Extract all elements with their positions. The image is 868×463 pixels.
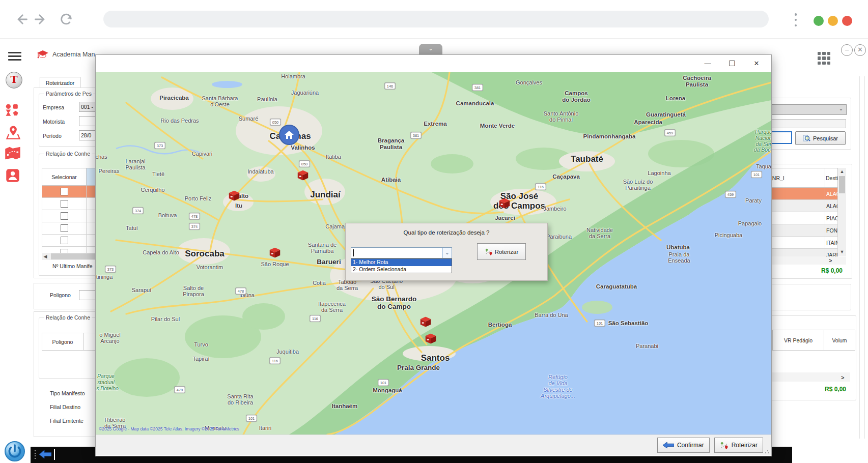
magnifier-icon [803, 134, 810, 142]
map-canvas[interactable]: CampinasJundiaíSorocabaTaubatéSantosSão … [96, 72, 771, 435]
confirmar-button[interactable]: Confirmar [657, 438, 710, 453]
app-close-icon[interactable]: ✕ [854, 44, 866, 56]
t-logo-icon[interactable]: T [6, 72, 22, 89]
sidebar: T ? [0, 72, 29, 463]
yellow-circle-button[interactable] [828, 16, 838, 26]
route-shield: 101 [378, 380, 389, 386]
collapse-handle[interactable]: ⌄ [419, 44, 442, 55]
shapes-icon[interactable]: ? [5, 103, 19, 118]
dialog-roterizar-button[interactable]: Roterizar [477, 243, 526, 260]
roteirizar-button[interactable]: Roteirizar [714, 438, 763, 453]
map-label: Bertioga [488, 322, 512, 328]
map-label: Ubatuba [666, 244, 690, 251]
map-label: Santana de Parnaíba [308, 242, 337, 254]
window-minimize-icon[interactable]: — [700, 57, 715, 70]
map-label: Papagaio [738, 220, 762, 226]
map-label: Mongaguá [373, 387, 402, 394]
package-marker-icon[interactable] [298, 170, 309, 183]
pesquisar-label: Pesquisar [813, 135, 838, 141]
col-destinatario[interactable]: Desti [825, 168, 838, 188]
package-marker-icon[interactable] [499, 198, 510, 211]
map-window-titlebar[interactable]: — ☐ ✕ [96, 55, 771, 72]
map-label: etininga [96, 274, 113, 280]
route-shield: 101 [751, 171, 762, 178]
poligono-label: Poligono [50, 292, 71, 298]
package-marker-icon[interactable] [421, 317, 431, 329]
map-label: Paraty [745, 197, 762, 204]
apps-grid-icon[interactable] [818, 52, 830, 65]
route-shield: 101 [595, 320, 605, 327]
routing-type-options[interactable]: 1- Melhor Rota2- Ordem Selecionada [351, 258, 452, 273]
map-label: Paraibuna [546, 234, 572, 240]
map-label: Tatuí [126, 225, 138, 231]
map-label: Aparecida [634, 119, 662, 126]
home-marker-icon[interactable] [279, 125, 299, 145]
taskbar-back-arrow-icon[interactable] [39, 450, 51, 459]
power-button-icon[interactable] [4, 441, 25, 462]
red-circle-button[interactable] [842, 16, 852, 26]
row-checkbox[interactable] [61, 188, 68, 195]
map-label: Parque Nacion da Ser da Boca [754, 129, 771, 153]
route-pins-icon [720, 441, 729, 450]
col-vr-pedagio[interactable]: VR Pedágio [773, 330, 824, 351]
field-label: Motorista [43, 119, 65, 125]
routing-type-combobox[interactable]: ⌄ [351, 247, 452, 258]
chevron-down-icon[interactable]: ⌄ [837, 106, 845, 113]
route-shield: 050 [270, 119, 281, 126]
hamburger-menu-icon[interactable] [8, 52, 21, 61]
forward-icon[interactable] [34, 12, 48, 26]
map-label: Parque stadual os Botelho [96, 373, 119, 391]
browser-menu-icon[interactable] [794, 13, 798, 26]
package-marker-icon[interactable] [426, 334, 436, 346]
scroll-left-icon[interactable]: ◀ [42, 253, 49, 260]
table-vscrollbar[interactable]: ▲ [838, 168, 846, 256]
row-checkbox[interactable] [61, 237, 68, 244]
row-checkbox[interactable] [61, 200, 68, 208]
map-label: Paulínia [257, 96, 277, 102]
bottom-label: Filial Destino [50, 404, 85, 418]
map-label: São Bernardo do Campo [372, 295, 417, 310]
routing-option[interactable]: 2- Ordem Selecionada [351, 266, 452, 273]
scroll-up-icon[interactable]: ▲ [838, 168, 846, 176]
total-pedagio: R$ 0,00 [795, 386, 846, 393]
more-columns-arrow[interactable]: > [829, 257, 832, 264]
map-label: Tapiraí [192, 356, 209, 362]
text-cursor [353, 249, 354, 256]
col-poligono[interactable]: Poligono [42, 333, 83, 351]
map-label: Extrema [424, 121, 446, 127]
package-marker-icon[interactable] [229, 191, 240, 203]
green-circle-button[interactable] [814, 16, 824, 26]
group-parametros-label: Parâmetros de Pes [44, 91, 93, 97]
app-minimize-icon[interactable]: – [841, 44, 853, 56]
route-shield: 373 [105, 266, 116, 273]
address-bar[interactable] [103, 11, 769, 27]
contact-person-icon[interactable] [6, 168, 20, 183]
back-icon[interactable] [14, 12, 29, 26]
map-label: Salto de Pirapora [183, 285, 204, 298]
combobox-chevron-icon[interactable]: ⌄ [442, 248, 452, 258]
brand: Academia Man [37, 49, 95, 60]
vscroll-thumb[interactable] [839, 176, 845, 193]
resize-grip[interactable] [765, 449, 770, 454]
map-pin-icon[interactable] [6, 125, 21, 140]
pedagio-more-arrow[interactable]: > [841, 374, 844, 381]
route-shield: 478 [175, 387, 185, 393]
col-selecionar[interactable]: Selecionar [42, 168, 87, 186]
route-map-icon[interactable] [5, 146, 21, 160]
tab-roteirizador[interactable]: Roteirizador [40, 77, 80, 89]
routing-option[interactable]: 1- Melhor Rota [351, 259, 452, 266]
pesquisar-button[interactable]: Pesquisar [795, 131, 846, 145]
route-shield: 478 [236, 288, 246, 295]
scroll-down-icon[interactable]: ▼ [838, 248, 846, 256]
graduation-cap-icon [37, 49, 49, 60]
package-marker-icon[interactable] [270, 248, 281, 260]
row-checkbox[interactable] [61, 212, 68, 220]
row-checkbox[interactable] [61, 224, 68, 232]
map-label: São Roque [261, 261, 289, 267]
window-maximize-icon[interactable]: ☐ [724, 57, 740, 70]
refresh-icon[interactable] [59, 12, 73, 26]
window-close-icon[interactable]: ✕ [749, 57, 764, 70]
routing-type-dialog: Qual tipo de roterização deseja ? ⌄ 1- M… [345, 223, 548, 281]
col-volume[interactable]: Volum [824, 330, 855, 351]
map-label: Atibaia [381, 177, 401, 183]
